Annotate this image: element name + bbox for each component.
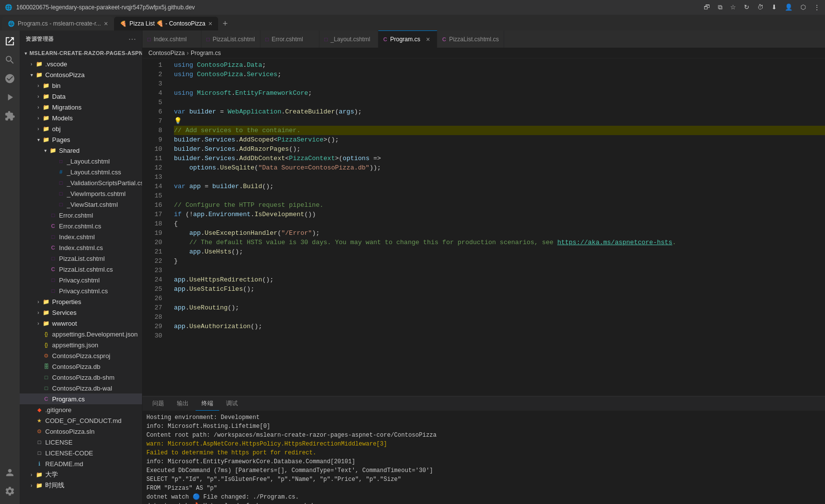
panel-tab-output[interactable]: 输出 xyxy=(171,397,195,411)
activity-git-button[interactable] xyxy=(1,70,19,87)
viewimports-icon: □ xyxy=(57,190,65,197)
tree-item-index-cs[interactable]: › C Index.cshtml.cs xyxy=(20,242,142,253)
tree-item-error-cs[interactable]: › C Error.cshtml.cs xyxy=(20,221,142,231)
tree-item-program-cs[interactable]: › C Program.cs xyxy=(20,393,142,404)
activity-settings-button[interactable] xyxy=(1,482,19,500)
new-tab-button[interactable]: + xyxy=(218,17,232,30)
license-icon: □ xyxy=(35,438,43,446)
program-tab-close-button[interactable]: × xyxy=(424,35,432,43)
migrations-folder-icon: 📁 xyxy=(42,103,50,111)
tree-item-vscode[interactable]: › 📁 .vscode xyxy=(20,58,142,69)
maximize-icon[interactable]: ⧉ xyxy=(718,3,722,11)
tree-item-obj[interactable]: › 📁 obj xyxy=(20,123,142,134)
tree-item-index-cshtml[interactable]: › □ Index.cshtml xyxy=(20,231,142,242)
tree-item-migrations[interactable]: › 📁 Migrations xyxy=(20,102,142,112)
editor-tab-pizzalistcs[interactable]: C PizzaList.cshtml.cs xyxy=(437,30,504,48)
star-icon[interactable]: ☆ xyxy=(730,3,736,11)
tree-item-daxue[interactable]: › 📁 大学 xyxy=(20,469,142,480)
pizzalist-tab-label: PizzaList.cshtml xyxy=(213,36,255,43)
editor-tab-layout[interactable]: □ _Layout.cshtml xyxy=(319,30,378,48)
editor-tab-program[interactable]: C Program.cs × xyxy=(378,30,437,48)
tree-item-validation[interactable]: › □ _ValidationScriptsPartial.cshtml xyxy=(20,177,142,188)
root-label: MSLEARN-CREATE-RAZOR-PAGES-ASPNET-CO... xyxy=(29,50,142,56)
panel-tab-terminal[interactable]: 终端 xyxy=(196,397,219,411)
tree-item-gitignore[interactable]: › ◆ .gitignore xyxy=(20,404,142,415)
breadcrumb-contosopizza[interactable]: ContosoPizza xyxy=(148,50,185,56)
breadcrumb-file[interactable]: Program.cs xyxy=(191,50,221,56)
data-folder-icon: 📁 xyxy=(42,92,50,100)
license-code-icon: □ xyxy=(35,449,43,457)
tab2-close-button[interactable]: × xyxy=(208,20,212,28)
tree-item-shijianxian[interactable]: › 📁 时间线 xyxy=(20,480,142,491)
tree-item-data[interactable]: › 📁 Data xyxy=(20,91,142,102)
activity-extensions-button[interactable] xyxy=(1,107,19,125)
tree-item-layout-cshtml[interactable]: › □ _Layout.cshtml xyxy=(20,156,142,167)
pizzalist-cs-label: PizzaList.cshtml.cs xyxy=(59,266,113,273)
history-icon[interactable]: ⏱ xyxy=(757,3,764,11)
browser-tab-2[interactable]: 🍕 Pizza List 🍕 - ContosoPizza × xyxy=(114,17,219,30)
minimize-icon[interactable]: 🗗 xyxy=(704,3,710,11)
browser-tab-1[interactable]: 🌐 Program.cs - mslearn-create-r... × xyxy=(2,17,114,30)
tree-item-sln[interactable]: › ⚙ ContosoPizza.sln xyxy=(20,426,142,437)
reload-icon[interactable]: ↻ xyxy=(744,3,749,11)
tree-item-appsettings[interactable]: › {} appsettings.json xyxy=(20,339,142,350)
conduct-label: CODE_OF_CONDUCT.md xyxy=(45,417,121,424)
pages-chevron-icon: ▾ xyxy=(34,136,42,143)
tree-item-db-wal[interactable]: › □ ContosoPizza.db-wal xyxy=(20,383,142,393)
terminal-content[interactable]: Hosting environment: Development info: M… xyxy=(142,411,825,504)
db-shm-label: ContosoPizza.db-shm xyxy=(52,374,114,381)
editor-tab-index[interactable]: □ Index.cshtml xyxy=(142,30,201,48)
tree-item-conduct[interactable]: › ★ CODE_OF_CONDUCT.md xyxy=(20,415,142,426)
error-cs-icon: C xyxy=(49,222,57,230)
tree-item-db-shm[interactable]: › □ ContosoPizza.db-shm xyxy=(20,372,142,383)
tree-item-error-cshtml[interactable]: › □ Error.cshtml xyxy=(20,210,142,221)
code-editor[interactable]: 12345 678910 1112131415 1617181920 21222… xyxy=(142,58,825,396)
tree-item-pizzalist-cshtml[interactable]: › □ PizzaList.cshtml xyxy=(20,253,142,264)
tree-item-shared[interactable]: ▾ 📁 Shared xyxy=(20,145,142,156)
activity-explorer-button[interactable] xyxy=(1,32,19,50)
download-icon[interactable]: ⬇ xyxy=(771,3,777,11)
properties-folder-icon: 📁 xyxy=(42,298,50,306)
tree-item-viewimports[interactable]: › □ _ViewImports.cshtml xyxy=(20,188,142,199)
sidebar-more-button[interactable]: ⋯ xyxy=(128,34,136,44)
pizzalist-cshtml-label: PizzaList.cshtml xyxy=(59,255,105,262)
wwwroot-folder-icon: 📁 xyxy=(42,319,50,327)
tree-item-privacy-cs[interactable]: › □ Privacy.cshtml.cs xyxy=(20,285,142,296)
tree-item-layout-css[interactable]: › # _Layout.cshtml.css xyxy=(20,167,142,177)
editor-tab-pizzalist[interactable]: □ PizzaList.cshtml xyxy=(201,30,260,48)
panel-tab-problems[interactable]: 问题 xyxy=(146,397,170,411)
tree-item-db[interactable]: › 🗄 ContosoPizza.db xyxy=(20,361,142,372)
models-label: Models xyxy=(52,114,73,122)
tree-item-readme[interactable]: › ℹ README.md xyxy=(20,458,142,469)
extensions-icon[interactable]: ⬡ xyxy=(800,3,806,11)
tree-item-contosopizza[interactable]: ▾ 📁 ContosoPizza xyxy=(20,69,142,80)
tree-item-wwwroot[interactable]: › 📁 wwwroot xyxy=(20,318,142,329)
tree-item-models[interactable]: › 📁 Models xyxy=(20,112,142,123)
menu-icon[interactable]: ⋮ xyxy=(814,3,820,11)
breadcrumb-sep: › xyxy=(187,50,189,56)
pizzalistcs-tab-label: PizzaList.cshtml.cs xyxy=(449,36,499,43)
pages-label: Pages xyxy=(52,136,70,143)
tree-item-csproj[interactable]: › ⚙ ContosoPizza.csproj xyxy=(20,350,142,361)
tree-item-pages[interactable]: ▾ 📁 Pages xyxy=(20,134,142,145)
activity-accounts-button[interactable] xyxy=(1,464,19,481)
tree-item-appsettings-dev[interactable]: › {} appsettings.Development.json xyxy=(20,329,142,339)
activity-run-button[interactable] xyxy=(1,88,19,106)
tree-item-viewstart[interactable]: › □ _ViewStart.cshtml xyxy=(20,199,142,210)
index-tab-icon: □ xyxy=(147,36,151,42)
tree-item-license[interactable]: › □ LICENSE xyxy=(20,437,142,448)
tree-root[interactable]: ▾ MSLEARN-CREATE-RAZOR-PAGES-ASPNET-CO..… xyxy=(20,48,142,58)
editor-tab-error[interactable]: □ Error.cshtml xyxy=(260,30,319,48)
line-numbers: 12345 678910 1112131415 1617181920 21222… xyxy=(142,58,166,396)
panel-tab-debug[interactable]: 调试 xyxy=(220,397,244,411)
tab1-close-button[interactable]: × xyxy=(104,20,108,28)
tree-item-privacy-cshtml[interactable]: › □ Privacy.cshtml xyxy=(20,275,142,285)
tree-item-services[interactable]: › 📁 Services xyxy=(20,307,142,318)
appsettings-dev-icon: {} xyxy=(42,330,50,338)
tree-item-properties[interactable]: › 📁 Properties xyxy=(20,296,142,307)
tree-item-bin[interactable]: › 📁 bin xyxy=(20,80,142,91)
tree-item-license-code[interactable]: › □ LICENSE-CODE xyxy=(20,448,142,458)
tree-item-pizzalist-cs[interactable]: › C PizzaList.cshtml.cs xyxy=(20,264,142,275)
activity-search-button[interactable] xyxy=(1,51,19,69)
user-icon[interactable]: 👤 xyxy=(785,3,793,11)
